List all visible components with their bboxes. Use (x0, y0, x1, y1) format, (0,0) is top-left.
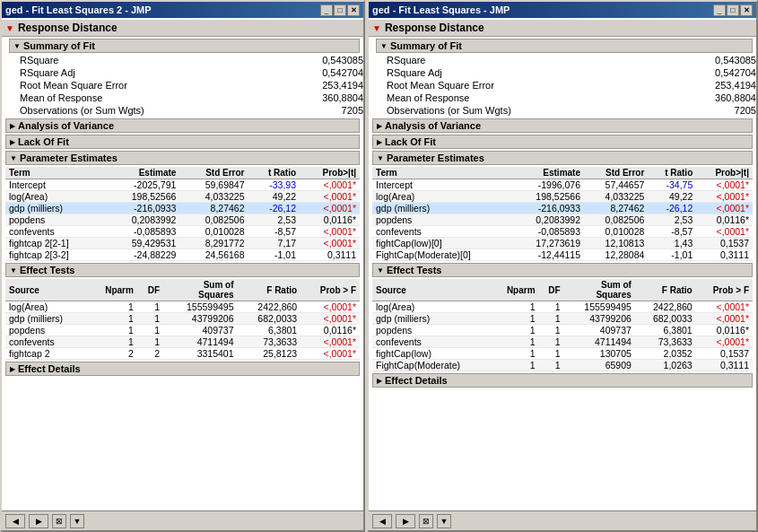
param-term: confevents (372, 226, 513, 238)
table-row: log(Area) 198,52566 4,033225 49,22 <,000… (372, 191, 753, 203)
lof-section-left[interactable]: ▶ Lack Of Fit (5, 135, 360, 149)
effect-tests-header-right[interactable]: ▼ Effect Tests (372, 263, 753, 277)
close-btn-right[interactable]: ✕ (740, 4, 753, 16)
red-triangle-right: ▼ (372, 23, 381, 33)
close-btn-left[interactable]: ✕ (347, 4, 360, 16)
rsquare-label: RSquare (16, 54, 273, 66)
eff-df: 1 (539, 348, 564, 360)
minimize-btn-right[interactable]: _ (713, 4, 726, 16)
summary-fit-section-left: ▼ Summary of Fit RSquare 0,543085 RSquar… (9, 39, 360, 117)
param-estimate: -0,085893 (104, 226, 180, 238)
eff-sumsq: 43799206 (564, 313, 635, 325)
anova-section-right[interactable]: ▶ Analysis of Variance (372, 118, 753, 133)
param-stderr: 0,082506 (179, 214, 248, 226)
window-right-title: ged - Fit Least Squares - JMP (372, 4, 510, 15)
resize-btn-r[interactable]: ⊠ (419, 514, 433, 528)
eff-sumsq: 155599495 (564, 301, 635, 313)
lof-label-left: Lack Of Fit (18, 136, 69, 147)
summary-fit-label-right: Summary of Fit (390, 40, 462, 51)
param-prob: <,0001* (696, 191, 753, 203)
resize-btn[interactable]: ⊠ (52, 514, 66, 528)
summary-fit-header-right[interactable]: ▼ Summary of Fit (376, 39, 753, 53)
eff-source: FightCap(Moderate) (372, 360, 492, 371)
minimize-btn-left[interactable]: _ (320, 4, 333, 16)
nav-right-btn[interactable]: ▶ (29, 514, 48, 528)
table-row: popdens 0,2083992 0,082506 2,53 0,0116* (372, 214, 753, 226)
eff-sumsq: 155599495 (163, 301, 238, 313)
param-tratio: -1,01 (648, 249, 696, 261)
param-prob: 0,0116* (300, 214, 360, 226)
param-prob: 0,1537 (696, 238, 753, 249)
maximize-btn-left[interactable]: □ (334, 4, 346, 16)
eff-col-fratio: F Ratio (238, 279, 301, 301)
param-tratio: -8,57 (248, 226, 301, 238)
summary-row-rsquare-r: RSquare 0,543085 (383, 54, 756, 66)
nav-right-btn-r[interactable]: ▶ (396, 514, 415, 528)
param-tratio: 49,22 (648, 191, 696, 203)
response-distance-header-left[interactable]: ▼ Response Distance (2, 20, 363, 37)
param-estimate: 198,52566 (104, 191, 180, 203)
eff-prob: 0,3111 (696, 360, 753, 371)
nav-left-btn-r[interactable]: ◀ (372, 514, 392, 528)
anova-section-left[interactable]: ▶ Analysis of Variance (5, 118, 360, 133)
eff-sumsq: 409737 (163, 325, 238, 336)
param-estimate: -24,88229 (104, 249, 180, 261)
param-tratio: -1,01 (248, 249, 301, 261)
effect-table-right: Source Nparm DF Sum ofSquares F Ratio Pr… (372, 279, 753, 371)
summary-row-obs: Observations (or Sum Wgts) 7205 (16, 104, 363, 117)
param-prob: <,0001* (300, 203, 360, 214)
summary-row-mean: Mean of Response 360,8804 (16, 92, 363, 104)
rsquare-adj-value-r: 0,542704 (658, 66, 756, 79)
param-prob: <,0001* (300, 238, 360, 249)
param-label-left: Parameter Estimates (20, 153, 118, 163)
summary-tri-left: ▼ (13, 42, 21, 50)
summary-row-rmse-r: Root Mean Square Error 253,4194 (383, 79, 756, 92)
eff-fratio: 2422,860 (635, 301, 696, 313)
window-left-footer: ◀ ▶ ⊠ ▼ (2, 510, 363, 530)
eff-sumsq: 409737 (564, 325, 635, 336)
param-term: gdp (milliers) (372, 203, 513, 214)
eff-col-nparm-r: Nparm (492, 279, 539, 301)
eff-df: 1 (539, 313, 564, 325)
maximize-btn-right[interactable]: □ (727, 4, 739, 16)
window-left-title: ged - Fit Least Squares 2 - JMP (5, 4, 152, 15)
eff-df: 1 (137, 325, 163, 336)
eff-fratio: 682,0033 (635, 313, 696, 325)
eff-df: 1 (539, 336, 564, 348)
param-estimate: 198,52566 (513, 191, 584, 203)
eff-col-source-r: Source (372, 279, 492, 301)
param-prob: 0,3111 (696, 249, 753, 261)
effect-tests-header-left[interactable]: ▼ Effect Tests (5, 263, 360, 277)
menu-btn[interactable]: ▼ (70, 514, 84, 528)
summary-tri-right: ▼ (380, 42, 388, 50)
table-row: fightcap 2[3-2] -24,88229 24,56168 -1,01… (5, 249, 360, 261)
eff-sumsq: 65909 (564, 360, 635, 371)
summary-row-rsquare: RSquare 0,543085 (16, 54, 363, 66)
table-row: gdp (milliers) -216,0933 8,27462 -26,12 … (5, 203, 360, 214)
param-est-header-right[interactable]: ▼ Parameter Estimates (372, 151, 753, 165)
param-tratio: 2,53 (648, 214, 696, 226)
table-row: FightCap(Moderate) 1 1 65909 1,0263 0,31… (372, 360, 753, 371)
param-term: FightCap(Moderate)[0] (372, 249, 513, 261)
nav-left-btn[interactable]: ◀ (5, 514, 25, 528)
param-est-header-left[interactable]: ▼ Parameter Estimates (5, 151, 360, 165)
response-distance-header-right[interactable]: ▼ Response Distance (369, 20, 756, 37)
mean-label: Mean of Response (16, 92, 273, 104)
param-term: fightCap(low)[0] (372, 238, 513, 249)
param-stderr: 8,27462 (179, 203, 248, 214)
eff-col-source: Source (5, 279, 89, 301)
summary-fit-header-left[interactable]: ▼ Summary of Fit (9, 39, 360, 53)
table-row: gdp (milliers) 1 1 43799206 682,0033 <,0… (5, 313, 360, 325)
param-tratio: 1,43 (648, 238, 696, 249)
eff-prob: <,0001* (696, 336, 753, 348)
param-tri-left: ▼ (10, 154, 17, 162)
effect-details-tri-left: ▶ (10, 365, 15, 373)
eff-nparm: 1 (89, 336, 137, 348)
mean-label-r: Mean of Response (383, 92, 658, 104)
effect-details-section-right[interactable]: ▶ Effect Details (372, 373, 753, 388)
param-term: popdens (372, 214, 513, 226)
menu-btn-r[interactable]: ▼ (437, 514, 451, 528)
eff-nparm: 1 (492, 336, 539, 348)
lof-section-right[interactable]: ▶ Lack Of Fit (372, 135, 753, 149)
effect-details-section-left[interactable]: ▶ Effect Details (5, 362, 360, 376)
